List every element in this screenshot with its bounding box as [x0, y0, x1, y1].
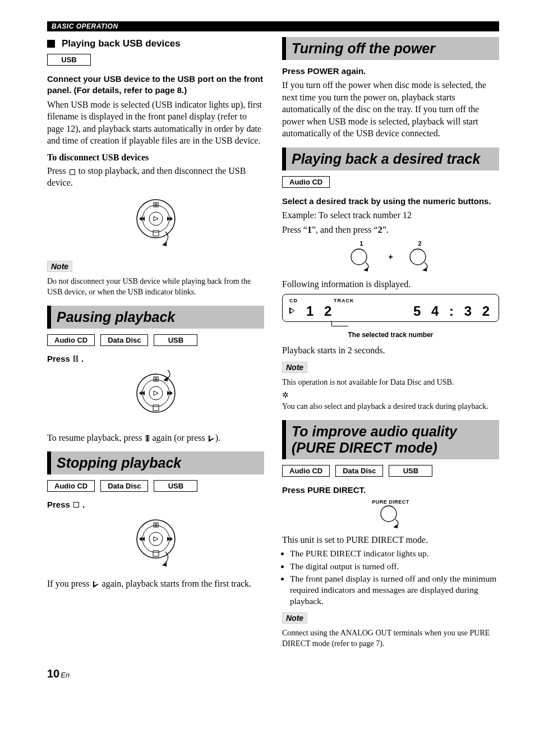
chip-audio-cd-2: Audio CD	[47, 480, 95, 492]
pure-direct-button-label: PURE DIRECT	[282, 499, 499, 505]
stop-icon-2	[73, 502, 79, 508]
note-label-2: Note	[282, 362, 307, 373]
remote-illustration-2	[47, 368, 264, 426]
pure-direct-set: This unit is set to PURE DIRECT mode.	[282, 534, 499, 546]
play-icon	[209, 435, 214, 442]
note-label-3: Note	[282, 612, 307, 624]
resume-c: ).	[215, 433, 220, 442]
square-bullet-icon	[47, 40, 55, 48]
pause-icon-2	[146, 432, 149, 445]
remote-illustration-3	[47, 514, 264, 572]
svg-marker-11	[162, 242, 167, 246]
header-category: BASIC OPERATION	[47, 21, 499, 31]
chip-audio-cd-4: Audio CD	[282, 465, 330, 477]
page-number: 10En	[47, 667, 499, 680]
play-icon-2	[93, 581, 99, 588]
dp-cd: CD	[289, 298, 298, 303]
press-stop-prefix: Press	[47, 500, 70, 509]
disconnect-prefix: Press	[47, 166, 66, 176]
svg-point-2	[149, 212, 163, 225]
chip-usb-3: USB	[154, 480, 197, 492]
chip-data-disc-3: Data Disc	[335, 465, 383, 477]
pure-direct-button-illustration: PURE DIRECT	[282, 499, 499, 531]
svg-marker-7	[139, 216, 142, 221]
resume-line: To resume playback, press again (or pres…	[47, 432, 264, 444]
disconnect-line: Press to stop playback, and then disconn…	[47, 165, 264, 189]
pure-direct-bullets: The PURE DIRECT indicator lights up. The…	[282, 548, 499, 607]
resume-b: again (or press	[153, 433, 205, 442]
section-usb-heading: Playing back USB devices	[47, 38, 264, 49]
press-prefix: Press	[47, 354, 70, 363]
chip-usb: USB	[47, 54, 91, 66]
svg-marker-31	[139, 537, 142, 541]
pd-bullet-1: The PURE DIRECT indicator lights up.	[290, 548, 499, 559]
columns: Playing back USB devices USB Connect you…	[47, 37, 499, 652]
example-line: Example: To select track number 12	[282, 209, 499, 222]
note-body-2: This operation is not available for Data…	[282, 377, 499, 388]
numeric-buttons-illustration: 1 + 2	[282, 240, 499, 274]
chip-data-disc-2: Data Disc	[100, 480, 148, 492]
press-power: Press POWER again.	[282, 66, 499, 77]
connect-body: When USB mode is selected (USB indicator…	[47, 99, 264, 147]
pause-icon	[73, 356, 78, 362]
svg-point-1	[142, 205, 169, 232]
press-stop-suffix: .	[82, 500, 85, 509]
seq-two: 2	[378, 225, 382, 234]
svg-rect-4	[154, 202, 155, 207]
chip-data-disc: Data Disc	[100, 334, 148, 346]
after-line: Playback starts in 2 seconds.	[282, 344, 499, 357]
seq-b: ”, and then press “	[312, 225, 378, 234]
svg-point-26	[149, 532, 163, 546]
press-pause-line: Press .	[47, 354, 264, 363]
dp-caption: The selected track number	[282, 331, 499, 339]
button-one-wrap: 1	[349, 240, 373, 274]
stop-footer: If you press again, playback starts from…	[47, 578, 264, 590]
svg-marker-19	[139, 391, 142, 395]
page-number-suffix: En	[61, 671, 70, 679]
svg-rect-10	[153, 231, 159, 236]
chip-usb-4: USB	[389, 465, 432, 477]
svg-point-36	[351, 249, 367, 265]
svg-marker-15	[154, 391, 158, 395]
press-suffix: .	[81, 354, 84, 363]
svg-point-13	[142, 380, 169, 407]
hint-body: You can also select and playback a desir…	[282, 402, 499, 412]
seq-a: Press “	[282, 225, 307, 234]
right-column: Turning off the power Press POWER again.…	[282, 37, 499, 652]
band-pausing: Pausing playback	[47, 306, 264, 329]
band-stopping: Stopping playback	[47, 451, 264, 474]
display-panel: CD TRACK 1 2 5 4 : 3 2	[282, 294, 499, 322]
svg-rect-29	[156, 523, 158, 527]
svg-rect-34	[153, 551, 159, 556]
svg-point-25	[142, 525, 169, 552]
hint-icon: ✲	[282, 390, 499, 399]
svg-marker-21	[170, 391, 173, 395]
dp-time: 5 4 : 3 2	[413, 303, 493, 319]
dp-pointer	[331, 321, 499, 326]
band-desired-track: Playing back a desired track	[282, 147, 499, 170]
svg-marker-35	[162, 562, 167, 566]
following-line: Following information is displayed.	[282, 278, 499, 291]
svg-marker-41	[393, 524, 398, 528]
svg-marker-23	[163, 377, 168, 381]
button-one-label: 1	[349, 240, 373, 247]
svg-rect-22	[153, 405, 159, 411]
disconnect-suffix: to stop playback, and then disconnect th…	[47, 166, 246, 188]
section-usb-title: Playing back USB devices	[62, 38, 181, 49]
svg-marker-9	[170, 216, 173, 221]
stop-footer-b: again, playback starts from the first tr…	[102, 579, 252, 588]
dp-play-icon	[288, 307, 296, 315]
chip-audio-cd-3: Audio CD	[282, 176, 330, 188]
dp-track-num: 1 2	[306, 303, 335, 319]
plus-icon: +	[388, 252, 393, 261]
svg-marker-39	[422, 268, 427, 271]
press-sequence: Press “1”, and then press “2”.	[282, 224, 499, 236]
svg-marker-37	[363, 268, 368, 271]
page-number-value: 10	[47, 667, 59, 680]
svg-marker-27	[154, 537, 158, 541]
button-two-wrap: 2	[408, 240, 432, 274]
button-two-label: 2	[408, 240, 432, 247]
band-power-off: Turning off the power	[282, 37, 499, 60]
power-off-body: If you turn off the power when disc mode…	[282, 79, 499, 140]
seq-c: ”.	[382, 225, 389, 234]
